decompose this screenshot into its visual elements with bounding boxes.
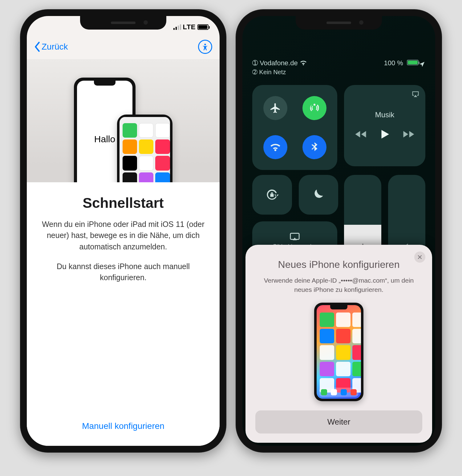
rotation-lock-toggle[interactable]	[252, 175, 292, 215]
sim2-icon: ➁	[252, 69, 257, 75]
hallo-text: Hallo	[94, 134, 115, 144]
sheet-title: Neues iPhone konfigurieren	[255, 259, 422, 270]
do-not-disturb-toggle[interactable]	[299, 175, 338, 215]
control-center-grid: Musik	[242, 76, 435, 261]
screen-setup: LTE Zurück Hallo Zum Öffnen nach oben st…	[27, 16, 220, 446]
back-button[interactable]: Zurück	[34, 42, 68, 52]
description-1: Wenn du ein iPhone oder iPad mit iOS 11 …	[39, 219, 207, 252]
location-icon	[419, 61, 425, 68]
hero-illustration: Hallo Zum Öffnen nach oben streichen	[27, 59, 220, 192]
setup-sheet: Neues iPhone konfigurieren Verwende dein…	[245, 245, 432, 443]
airplay-icon	[411, 91, 420, 98]
screen-mirroring-icon	[290, 232, 300, 241]
description-2: Du kannst dieses iPhone auch manuell kon…	[39, 261, 207, 283]
bluetooth-toggle[interactable]	[302, 135, 326, 159]
previous-track-button[interactable]	[354, 128, 367, 141]
connectivity-tile[interactable]	[252, 85, 337, 170]
content-panel: Schnellstart Wenn du ein iPhone oder iPa…	[27, 182, 220, 446]
sim1-icon: ➀	[252, 59, 258, 67]
nav-bar: Zurück	[27, 38, 220, 56]
notch	[296, 16, 382, 30]
cellular-data-toggle[interactable]	[302, 96, 326, 120]
mini-phone-illustration	[314, 303, 363, 401]
accessibility-button[interactable]	[198, 40, 212, 54]
sheet-body: Verwende deine Apple‑ID „•••••@mac.com“,…	[255, 276, 422, 294]
music-label: Musik	[375, 111, 395, 119]
wifi-icon	[300, 60, 307, 66]
manual-configure-link[interactable]: Manuell konfigurieren	[27, 421, 220, 431]
music-tile[interactable]: Musik	[344, 85, 425, 166]
no-service-label: Kein Netz	[259, 69, 286, 75]
screen-control-center: ➀ Vodafone.de ➁ Kein Netz 100 %	[242, 16, 435, 446]
continue-button[interactable]: Weiter	[255, 410, 422, 434]
battery-icon	[197, 24, 209, 30]
cellular-signal-icon	[173, 24, 181, 30]
page-title: Schnellstart	[39, 195, 207, 211]
close-button[interactable]	[414, 252, 425, 263]
back-label: Zurück	[42, 42, 68, 52]
svg-point-0	[204, 44, 206, 45]
phone-right: ➀ Vodafone.de ➁ Kein Netz 100 %	[236, 9, 442, 453]
battery-icon	[407, 60, 419, 65]
battery-percentage: 100 %	[384, 59, 403, 67]
apple-id-email: •••••@mac.com	[341, 277, 385, 284]
carrier-label: Vodafone.de	[260, 59, 298, 67]
airplane-mode-toggle[interactable]	[263, 96, 287, 120]
next-track-button[interactable]	[402, 128, 415, 141]
play-button[interactable]	[378, 128, 391, 141]
phone-left: LTE Zurück Hallo Zum Öffnen nach oben st…	[20, 9, 226, 453]
network-label: LTE	[183, 23, 196, 31]
notch	[80, 16, 166, 30]
wifi-toggle[interactable]	[263, 135, 287, 159]
